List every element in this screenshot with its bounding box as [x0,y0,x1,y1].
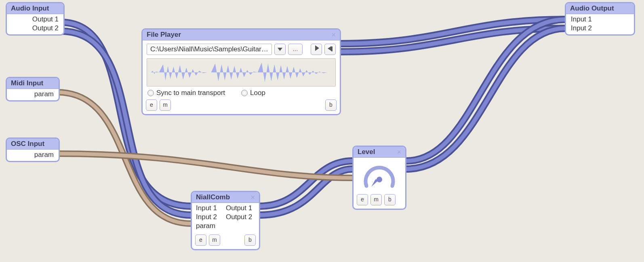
port-input[interactable]: Input 1 [196,204,217,213]
node-level[interactable]: Level × e m b [352,146,406,210]
node-title: Audio Output [570,4,614,13]
sync-label: Sync to main transport [156,89,225,97]
port-output[interactable]: Output 2 [12,24,59,33]
titlebar[interactable]: OSC Input [7,139,59,150]
port-input[interactable]: Input 2 [571,24,629,33]
titlebar[interactable]: NiallComb × [192,192,259,203]
file-dropdown-button[interactable] [274,44,286,55]
b-button[interactable]: b [244,235,256,246]
port-output[interactable]: Output 1 [226,204,252,213]
radio-dot-icon [147,90,154,96]
port-output[interactable]: Output 2 [226,213,252,222]
node-osc-input[interactable]: OSC Input param [6,137,60,162]
port-param[interactable]: param [12,150,54,159]
loop-label: Loop [250,89,265,97]
waveform-display[interactable] [147,58,336,87]
e-button[interactable]: e [357,194,368,205]
browse-button[interactable]: … [288,44,303,55]
titlebar[interactable]: Audio Input [7,3,63,14]
node-title: NiallComb [196,193,230,201]
sync-radio[interactable]: Sync to main transport [147,89,225,97]
node-file-player[interactable]: File Player × C:\Users\Niall\Music\Sampl… [141,28,341,115]
e-button[interactable]: e [195,235,206,246]
port-input[interactable]: Input 1 [571,15,629,24]
node-midi-input[interactable]: Midi Input param [6,77,60,101]
m-button[interactable]: m [160,99,171,111]
m-button[interactable]: m [209,235,220,246]
port-param[interactable]: param [196,222,217,230]
node-title: Level [358,148,375,156]
node-audio-input[interactable]: Audio Input Output 1 Output 2 [6,2,65,36]
close-icon[interactable]: × [250,194,255,201]
node-title: OSC Input [11,140,44,148]
loop-radio[interactable]: Loop [241,89,265,97]
node-audio-output[interactable]: Audio Output Input 1 Input 2 [565,2,635,36]
file-path-field[interactable]: C:\Users\Niall\Music\Samples\Guitar… [147,44,272,55]
titlebar[interactable]: Level × [354,147,405,158]
rewind-button[interactable] [324,44,336,55]
b-button[interactable]: b [384,194,396,205]
level-dial[interactable] [354,158,405,192]
node-title: Midi Input [11,79,43,87]
node-title: File Player [147,31,181,39]
titlebar[interactable]: Audio Output [566,3,634,14]
m-button[interactable]: m [370,194,382,205]
port-param[interactable]: param [12,90,54,99]
node-title: Audio Input [11,4,49,13]
radio-dot-icon [241,90,248,96]
patch-canvas[interactable]: Audio Input Output 1 Output 2 Midi Input… [0,0,644,262]
titlebar[interactable]: Midi Input [7,78,59,89]
svg-point-1 [377,177,382,182]
node-niall-comb[interactable]: NiallComb × Input 1 Input 2 param Output… [191,191,260,250]
titlebar[interactable]: File Player × [143,30,340,40]
port-output[interactable]: Output 1 [12,15,59,24]
play-button[interactable] [311,44,322,55]
port-input[interactable]: Input 2 [196,213,217,222]
e-button[interactable]: e [146,99,157,111]
b-button[interactable]: b [325,99,337,111]
close-icon[interactable]: × [397,148,401,156]
close-icon[interactable]: × [331,31,336,38]
